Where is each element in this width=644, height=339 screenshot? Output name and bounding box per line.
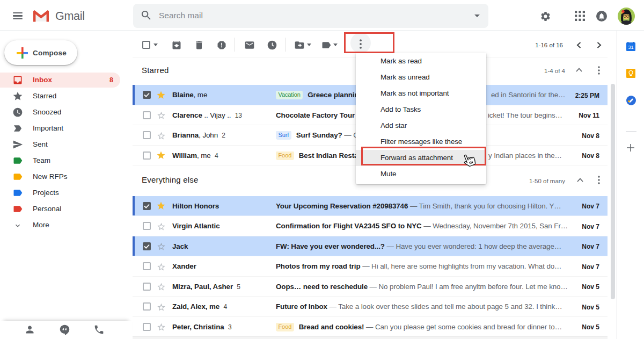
- svg-text:31: 31: [628, 45, 633, 50]
